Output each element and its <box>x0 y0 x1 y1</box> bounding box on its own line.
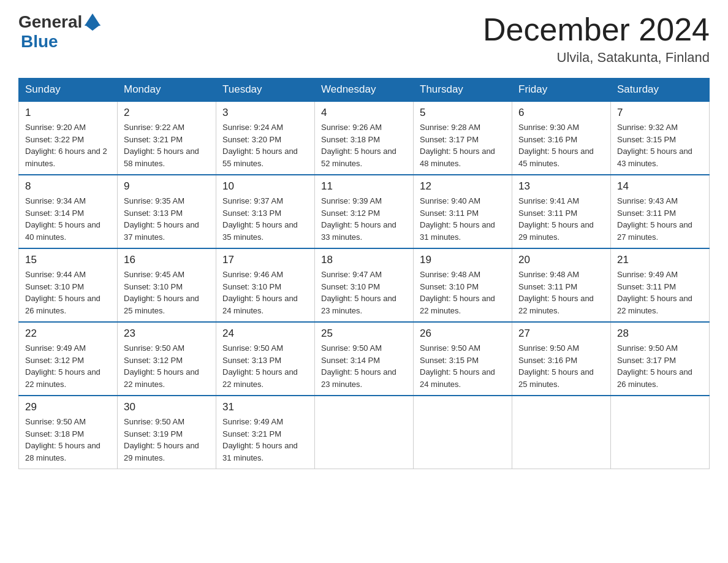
day-number: 13 <box>518 180 604 193</box>
day-info: Sunrise: 9:46 AMSunset: 3:10 PMDaylight:… <box>222 269 308 316</box>
table-row: 18Sunrise: 9:47 AMSunset: 3:10 PMDayligh… <box>315 248 414 322</box>
day-number: 10 <box>222 180 308 193</box>
day-number: 22 <box>25 327 111 340</box>
table-row: 15Sunrise: 9:44 AMSunset: 3:10 PMDayligh… <box>19 248 118 322</box>
table-row: 3Sunrise: 9:24 AMSunset: 3:20 PMDaylight… <box>216 101 315 175</box>
day-number: 18 <box>321 254 407 266</box>
day-info: Sunrise: 9:41 AMSunset: 3:11 PMDaylight:… <box>518 195 604 243</box>
table-row: 28Sunrise: 9:50 AMSunset: 3:17 PMDayligh… <box>611 322 710 396</box>
day-number: 17 <box>222 254 308 266</box>
day-info: Sunrise: 9:43 AMSunset: 3:11 PMDaylight:… <box>617 195 703 243</box>
day-number: 20 <box>518 254 604 266</box>
table-row: 30Sunrise: 9:50 AMSunset: 3:19 PMDayligh… <box>118 396 216 469</box>
calendar-week-row: 22Sunrise: 9:49 AMSunset: 3:12 PMDayligh… <box>19 322 710 396</box>
day-number: 2 <box>124 107 210 119</box>
table-row <box>315 396 414 469</box>
day-info: Sunrise: 9:37 AMSunset: 3:13 PMDaylight:… <box>222 195 308 243</box>
table-row: 14Sunrise: 9:43 AMSunset: 3:11 PMDayligh… <box>611 175 710 248</box>
day-info: Sunrise: 9:50 AMSunset: 3:16 PMDaylight:… <box>518 342 604 390</box>
table-row: 2Sunrise: 9:22 AMSunset: 3:21 PMDaylight… <box>118 101 216 175</box>
table-row: 1Sunrise: 9:20 AMSunset: 3:22 PMDaylight… <box>19 101 118 175</box>
table-row: 8Sunrise: 9:34 AMSunset: 3:14 PMDaylight… <box>19 175 118 248</box>
day-number: 15 <box>25 254 111 266</box>
calendar-header-row: Sunday Monday Tuesday Wednesday Thursday… <box>19 79 710 102</box>
table-row <box>512 396 611 469</box>
table-row: 27Sunrise: 9:50 AMSunset: 3:16 PMDayligh… <box>512 322 611 396</box>
day-info: Sunrise: 9:22 AMSunset: 3:21 PMDaylight:… <box>124 121 210 169</box>
table-row: 22Sunrise: 9:49 AMSunset: 3:12 PMDayligh… <box>19 322 118 396</box>
day-number: 29 <box>25 401 111 413</box>
day-number: 9 <box>124 180 210 193</box>
day-number: 27 <box>518 327 604 340</box>
day-info: Sunrise: 9:49 AMSunset: 3:11 PMDaylight:… <box>617 269 703 316</box>
day-info: Sunrise: 9:49 AMSunset: 3:12 PMDaylight:… <box>25 342 111 390</box>
day-number: 4 <box>321 107 407 119</box>
day-number: 14 <box>617 180 703 193</box>
calendar-table: Sunday Monday Tuesday Wednesday Thursday… <box>18 78 710 469</box>
table-row: 19Sunrise: 9:48 AMSunset: 3:10 PMDayligh… <box>414 248 512 322</box>
day-number: 21 <box>617 254 703 266</box>
calendar-location: Ulvila, Satakunta, Finland <box>483 50 710 66</box>
table-row: 25Sunrise: 9:50 AMSunset: 3:14 PMDayligh… <box>315 322 414 396</box>
day-info: Sunrise: 9:49 AMSunset: 3:21 PMDaylight:… <box>222 416 308 464</box>
table-row: 7Sunrise: 9:32 AMSunset: 3:15 PMDaylight… <box>611 101 710 175</box>
table-row: 17Sunrise: 9:46 AMSunset: 3:10 PMDayligh… <box>216 248 315 322</box>
day-number: 19 <box>420 254 506 266</box>
header-thursday: Thursday <box>414 79 512 102</box>
day-info: Sunrise: 9:48 AMSunset: 3:10 PMDaylight:… <box>420 269 506 316</box>
day-info: Sunrise: 9:24 AMSunset: 3:20 PMDaylight:… <box>222 121 308 169</box>
day-info: Sunrise: 9:50 AMSunset: 3:19 PMDaylight:… <box>124 416 210 464</box>
day-info: Sunrise: 9:30 AMSunset: 3:16 PMDaylight:… <box>518 121 604 169</box>
day-info: Sunrise: 9:39 AMSunset: 3:12 PMDaylight:… <box>321 195 407 243</box>
title-block: December 2024 Ulvila, Satakunta, Finland <box>483 12 710 66</box>
table-row: 31Sunrise: 9:49 AMSunset: 3:21 PMDayligh… <box>216 396 315 469</box>
table-row <box>414 396 512 469</box>
header-saturday: Saturday <box>611 79 710 102</box>
day-number: 5 <box>420 107 506 119</box>
day-info: Sunrise: 9:32 AMSunset: 3:15 PMDaylight:… <box>617 121 703 169</box>
table-row: 20Sunrise: 9:48 AMSunset: 3:11 PMDayligh… <box>512 248 611 322</box>
day-info: Sunrise: 9:50 AMSunset: 3:12 PMDaylight:… <box>124 342 210 390</box>
table-row: 13Sunrise: 9:41 AMSunset: 3:11 PMDayligh… <box>512 175 611 248</box>
day-info: Sunrise: 9:50 AMSunset: 3:17 PMDaylight:… <box>617 342 703 390</box>
day-number: 24 <box>222 327 308 340</box>
day-number: 12 <box>420 180 506 193</box>
header-friday: Friday <box>512 79 611 102</box>
table-row: 21Sunrise: 9:49 AMSunset: 3:11 PMDayligh… <box>611 248 710 322</box>
table-row: 11Sunrise: 9:39 AMSunset: 3:12 PMDayligh… <box>315 175 414 248</box>
day-number: 31 <box>222 401 308 413</box>
logo-general-text: General <box>18 12 82 32</box>
day-info: Sunrise: 9:40 AMSunset: 3:11 PMDaylight:… <box>420 195 506 243</box>
day-number: 23 <box>124 327 210 340</box>
header-tuesday: Tuesday <box>216 79 315 102</box>
table-row: 29Sunrise: 9:50 AMSunset: 3:18 PMDayligh… <box>19 396 118 469</box>
day-number: 6 <box>518 107 604 119</box>
day-info: Sunrise: 9:50 AMSunset: 3:13 PMDaylight:… <box>222 342 308 390</box>
day-info: Sunrise: 9:34 AMSunset: 3:14 PMDaylight:… <box>25 195 111 243</box>
calendar-week-row: 29Sunrise: 9:50 AMSunset: 3:18 PMDayligh… <box>19 396 710 469</box>
logo: General Blue <box>18 12 100 52</box>
day-info: Sunrise: 9:47 AMSunset: 3:10 PMDaylight:… <box>321 269 407 316</box>
day-info: Sunrise: 9:28 AMSunset: 3:17 PMDaylight:… <box>420 121 506 169</box>
day-number: 7 <box>617 107 703 119</box>
table-row: 9Sunrise: 9:35 AMSunset: 3:13 PMDaylight… <box>118 175 216 248</box>
day-number: 30 <box>124 401 210 413</box>
day-info: Sunrise: 9:44 AMSunset: 3:10 PMDaylight:… <box>25 269 111 316</box>
table-row: 5Sunrise: 9:28 AMSunset: 3:17 PMDaylight… <box>414 101 512 175</box>
table-row: 16Sunrise: 9:45 AMSunset: 3:10 PMDayligh… <box>118 248 216 322</box>
day-info: Sunrise: 9:50 AMSunset: 3:18 PMDaylight:… <box>25 416 111 464</box>
table-row <box>611 396 710 469</box>
page-header: General Blue December 2024 Ulvila, Satak… <box>18 12 710 66</box>
day-number: 28 <box>617 327 703 340</box>
header-wednesday: Wednesday <box>315 79 414 102</box>
calendar-week-row: 15Sunrise: 9:44 AMSunset: 3:10 PMDayligh… <box>19 248 710 322</box>
calendar-week-row: 1Sunrise: 9:20 AMSunset: 3:22 PMDaylight… <box>19 101 710 175</box>
calendar-title: December 2024 <box>483 12 710 47</box>
day-info: Sunrise: 9:26 AMSunset: 3:18 PMDaylight:… <box>321 121 407 169</box>
logo-blue-text: Blue <box>21 32 58 51</box>
calendar-week-row: 8Sunrise: 9:34 AMSunset: 3:14 PMDaylight… <box>19 175 710 248</box>
header-sunday: Sunday <box>19 79 118 102</box>
table-row: 10Sunrise: 9:37 AMSunset: 3:13 PMDayligh… <box>216 175 315 248</box>
table-row: 26Sunrise: 9:50 AMSunset: 3:15 PMDayligh… <box>414 322 512 396</box>
table-row: 24Sunrise: 9:50 AMSunset: 3:13 PMDayligh… <box>216 322 315 396</box>
